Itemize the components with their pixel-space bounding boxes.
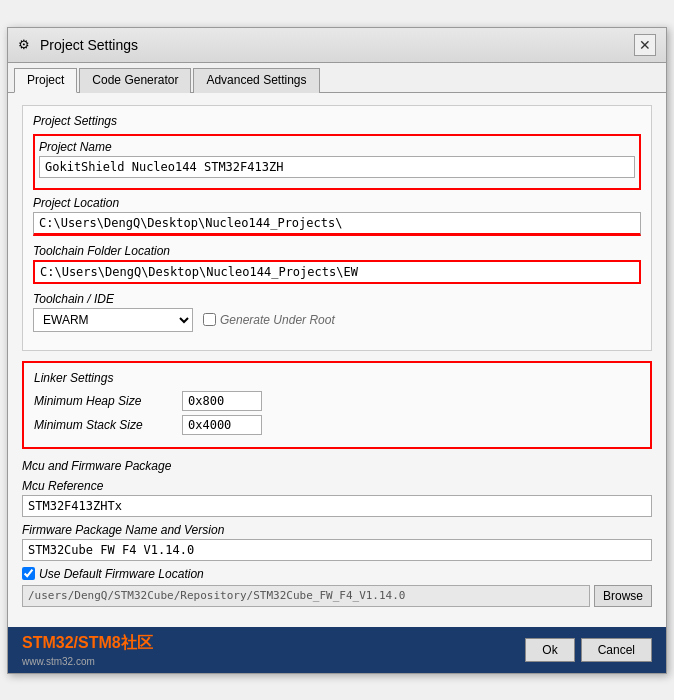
linker-settings-label: Linker Settings	[34, 371, 640, 385]
tab-advanced-settings[interactable]: Advanced Settings	[193, 68, 319, 93]
firmware-path-row: Browse	[22, 585, 652, 607]
stack-input[interactable]	[182, 415, 262, 435]
title-bar: ⚙ Project Settings ✕	[8, 28, 666, 63]
footer: STM32/STM8社区 www.stm32.com Ok Cancel	[8, 627, 666, 673]
mcu-firmware-label: Mcu and Firmware Package	[22, 459, 652, 473]
mcu-ref-input[interactable]	[22, 495, 652, 517]
footer-branding: STM32/STM8社区 www.stm32.com	[22, 633, 153, 667]
heap-row: Minimum Heap Size	[34, 391, 640, 411]
footer-website: www.stm32.com	[22, 656, 153, 667]
project-name-box: Project Name	[33, 134, 641, 190]
toolchain-folder-input[interactable]	[33, 260, 641, 284]
toolchain-select[interactable]: EWARM MDK-ARM STM32CubeIDE	[33, 308, 193, 332]
toolchain-ide-label: Toolchain / IDE	[33, 292, 641, 306]
toolchain-folder-label: Toolchain Folder Location	[33, 244, 641, 258]
stack-row: Minimum Stack Size	[34, 415, 640, 435]
close-button[interactable]: ✕	[634, 34, 656, 56]
project-settings-dialog: ⚙ Project Settings ✕ Project Code Genera…	[7, 27, 667, 674]
use-default-fw-label: Use Default Firmware Location	[39, 567, 204, 581]
fw-package-input[interactable]	[22, 539, 652, 561]
footer-buttons: Ok Cancel	[525, 638, 652, 662]
mcu-firmware-section: Mcu and Firmware Package Mcu Reference F…	[22, 459, 652, 607]
dialog-title: Project Settings	[40, 37, 138, 53]
tab-code-generator[interactable]: Code Generator	[79, 68, 191, 93]
use-default-fw-checkbox[interactable]	[22, 567, 35, 580]
title-bar-left: ⚙ Project Settings	[18, 37, 138, 53]
firmware-path-input[interactable]	[22, 585, 590, 607]
project-location-label: Project Location	[33, 196, 641, 210]
use-default-fw-row: Use Default Firmware Location	[22, 567, 652, 581]
tab-bar: Project Code Generator Advanced Settings	[8, 63, 666, 93]
heap-input[interactable]	[182, 391, 262, 411]
cancel-button[interactable]: Cancel	[581, 638, 652, 662]
project-location-input[interactable]	[33, 212, 641, 236]
browse-button[interactable]: Browse	[594, 585, 652, 607]
project-name-label: Project Name	[39, 140, 635, 154]
generate-root-checkbox[interactable]	[203, 313, 216, 326]
mcu-ref-label: Mcu Reference	[22, 479, 652, 493]
heap-label: Minimum Heap Size	[34, 394, 174, 408]
tab-content: Project Settings Project Name Project Lo…	[8, 93, 666, 627]
brand-community: 社区	[121, 634, 153, 651]
project-name-input[interactable]	[39, 156, 635, 178]
linker-settings-section: Linker Settings Minimum Heap Size Minimu…	[22, 361, 652, 449]
footer-brand-text: STM32/STM8社区	[22, 633, 153, 654]
project-settings-label: Project Settings	[33, 114, 641, 128]
fw-package-label: Firmware Package Name and Version	[22, 523, 652, 537]
dialog-icon: ⚙	[18, 37, 34, 53]
toolchain-row: EWARM MDK-ARM STM32CubeIDE Generate Unde…	[33, 308, 641, 332]
tab-project[interactable]: Project	[14, 68, 77, 93]
brand-stm32: STM32	[22, 634, 74, 651]
generate-root-label: Generate Under Root	[220, 313, 335, 327]
stack-label: Minimum Stack Size	[34, 418, 174, 432]
project-settings-section: Project Settings Project Name Project Lo…	[22, 105, 652, 351]
generate-root-option: Generate Under Root	[203, 313, 335, 327]
ok-button[interactable]: Ok	[525, 638, 574, 662]
brand-slash: /STM8	[74, 634, 121, 651]
